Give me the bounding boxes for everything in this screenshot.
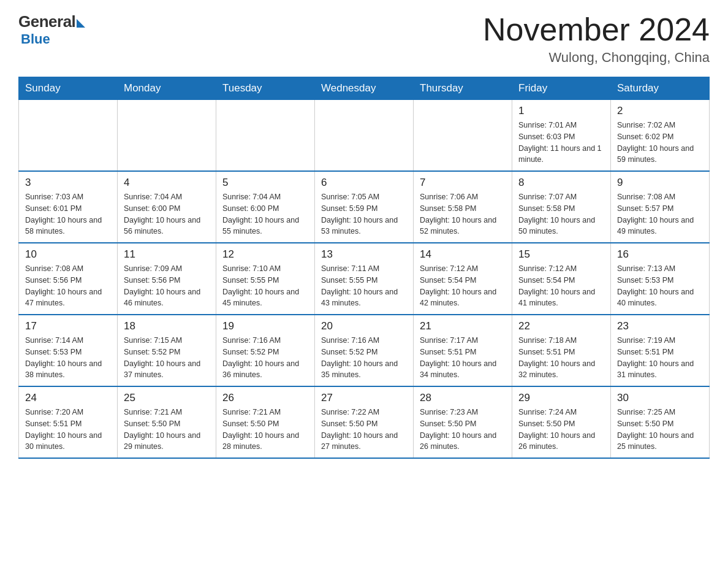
day-info: Sunrise: 7:22 AM Sunset: 5:50 PM Dayligh… [321,407,407,453]
day-info: Sunrise: 7:04 AM Sunset: 6:00 PM Dayligh… [222,191,308,237]
calendar-cell: 11Sunrise: 7:09 AM Sunset: 5:56 PM Dayli… [118,243,216,315]
logo-general-text: General [18,12,75,31]
day-info: Sunrise: 7:08 AM Sunset: 5:56 PM Dayligh… [25,263,111,309]
calendar-cell: 30Sunrise: 7:25 AM Sunset: 5:50 PM Dayli… [611,386,710,458]
day-number: 26 [222,392,308,404]
calendar-cell: 29Sunrise: 7:24 AM Sunset: 5:50 PM Dayli… [512,386,611,458]
weekday-header-row: SundayMondayTuesdayWednesdayThursdayFrid… [19,77,710,100]
day-number: 6 [321,177,407,189]
day-number: 11 [124,248,210,261]
day-number: 10 [25,248,111,261]
day-info: Sunrise: 7:19 AM Sunset: 5:51 PM Dayligh… [617,335,703,381]
day-number: 28 [420,392,506,404]
day-info: Sunrise: 7:16 AM Sunset: 5:52 PM Dayligh… [321,335,407,381]
calendar-cell [414,100,512,172]
weekday-header-saturday: Saturday [611,77,710,100]
calendar-subtitle: Wulong, Chongqing, China [483,50,710,66]
day-number: 14 [420,248,506,261]
day-info: Sunrise: 7:23 AM Sunset: 5:50 PM Dayligh… [420,407,506,453]
calendar-cell [19,100,118,172]
day-info: Sunrise: 7:12 AM Sunset: 5:54 PM Dayligh… [518,263,604,309]
day-number: 21 [420,320,506,332]
day-info: Sunrise: 7:05 AM Sunset: 5:59 PM Dayligh… [321,191,407,237]
day-info: Sunrise: 7:10 AM Sunset: 5:55 PM Dayligh… [222,263,308,309]
day-number: 9 [617,177,703,189]
calendar-cell [118,100,216,172]
weekday-header-tuesday: Tuesday [216,77,315,100]
day-info: Sunrise: 7:07 AM Sunset: 5:58 PM Dayligh… [518,191,604,237]
calendar-cell: 5Sunrise: 7:04 AM Sunset: 6:00 PM Daylig… [216,171,315,243]
logo: General Blue [18,12,85,47]
day-number: 29 [518,392,604,404]
day-number: 27 [321,392,407,404]
day-info: Sunrise: 7:14 AM Sunset: 5:53 PM Dayligh… [25,335,111,381]
day-info: Sunrise: 7:11 AM Sunset: 5:55 PM Dayligh… [321,263,407,309]
day-info: Sunrise: 7:03 AM Sunset: 6:01 PM Dayligh… [25,191,111,237]
calendar-cell: 14Sunrise: 7:12 AM Sunset: 5:54 PM Dayli… [414,243,512,315]
calendar-week-row: 10Sunrise: 7:08 AM Sunset: 5:56 PM Dayli… [19,243,710,315]
day-info: Sunrise: 7:08 AM Sunset: 5:57 PM Dayligh… [617,191,703,237]
calendar-cell: 15Sunrise: 7:12 AM Sunset: 5:54 PM Dayli… [512,243,611,315]
calendar-cell: 24Sunrise: 7:20 AM Sunset: 5:51 PM Dayli… [19,386,118,458]
day-number: 25 [124,392,210,404]
calendar-cell: 8Sunrise: 7:07 AM Sunset: 5:58 PM Daylig… [512,171,611,243]
weekday-header-friday: Friday [512,77,611,100]
calendar-title: November 2024 [483,12,710,47]
calendar-cell: 7Sunrise: 7:06 AM Sunset: 5:58 PM Daylig… [414,171,512,243]
calendar-cell: 18Sunrise: 7:15 AM Sunset: 5:52 PM Dayli… [118,315,216,386]
day-info: Sunrise: 7:15 AM Sunset: 5:52 PM Dayligh… [124,335,210,381]
day-number: 8 [518,177,604,189]
day-info: Sunrise: 7:24 AM Sunset: 5:50 PM Dayligh… [518,407,604,453]
day-info: Sunrise: 7:16 AM Sunset: 5:52 PM Dayligh… [222,335,308,381]
calendar-cell: 10Sunrise: 7:08 AM Sunset: 5:56 PM Dayli… [19,243,118,315]
calendar-cell: 4Sunrise: 7:04 AM Sunset: 6:00 PM Daylig… [118,171,216,243]
day-info: Sunrise: 7:04 AM Sunset: 6:00 PM Dayligh… [124,191,210,237]
weekday-header-sunday: Sunday [19,77,118,100]
day-number: 1 [518,105,604,117]
day-number: 2 [617,105,703,117]
day-info: Sunrise: 7:02 AM Sunset: 6:02 PM Dayligh… [617,120,703,166]
calendar-cell: 1Sunrise: 7:01 AM Sunset: 6:03 PM Daylig… [512,100,611,172]
day-info: Sunrise: 7:21 AM Sunset: 5:50 PM Dayligh… [124,407,210,453]
calendar-week-row: 17Sunrise: 7:14 AM Sunset: 5:53 PM Dayli… [19,315,710,386]
day-number: 22 [518,320,604,332]
calendar-cell: 16Sunrise: 7:13 AM Sunset: 5:53 PM Dayli… [611,243,710,315]
calendar-week-row: 3Sunrise: 7:03 AM Sunset: 6:01 PM Daylig… [19,171,710,243]
calendar-cell: 21Sunrise: 7:17 AM Sunset: 5:51 PM Dayli… [414,315,512,386]
logo-blue-text: Blue [21,31,50,47]
calendar-cell: 20Sunrise: 7:16 AM Sunset: 5:52 PM Dayli… [315,315,414,386]
day-info: Sunrise: 7:06 AM Sunset: 5:58 PM Dayligh… [420,191,506,237]
page-header: General Blue November 2024 Wulong, Chong… [18,12,710,66]
day-number: 3 [25,177,111,189]
weekday-header-thursday: Thursday [414,77,512,100]
calendar-cell: 13Sunrise: 7:11 AM Sunset: 5:55 PM Dayli… [315,243,414,315]
calendar-week-row: 24Sunrise: 7:20 AM Sunset: 5:51 PM Dayli… [19,386,710,458]
calendar-cell: 17Sunrise: 7:14 AM Sunset: 5:53 PM Dayli… [19,315,118,386]
day-number: 20 [321,320,407,332]
day-number: 12 [222,248,308,261]
day-info: Sunrise: 7:25 AM Sunset: 5:50 PM Dayligh… [617,407,703,453]
calendar-cell: 23Sunrise: 7:19 AM Sunset: 5:51 PM Dayli… [611,315,710,386]
logo-arrow-icon [77,19,85,28]
day-number: 19 [222,320,308,332]
calendar-cell: 25Sunrise: 7:21 AM Sunset: 5:50 PM Dayli… [118,386,216,458]
calendar-cell: 9Sunrise: 7:08 AM Sunset: 5:57 PM Daylig… [611,171,710,243]
day-info: Sunrise: 7:21 AM Sunset: 5:50 PM Dayligh… [222,407,308,453]
day-number: 5 [222,177,308,189]
calendar-cell: 19Sunrise: 7:16 AM Sunset: 5:52 PM Dayli… [216,315,315,386]
day-number: 13 [321,248,407,261]
calendar-cell: 28Sunrise: 7:23 AM Sunset: 5:50 PM Dayli… [414,386,512,458]
day-number: 23 [617,320,703,332]
day-number: 4 [124,177,210,189]
calendar-cell: 22Sunrise: 7:18 AM Sunset: 5:51 PM Dayli… [512,315,611,386]
day-number: 7 [420,177,506,189]
weekday-header-wednesday: Wednesday [315,77,414,100]
day-number: 30 [617,392,703,404]
day-number: 17 [25,320,111,332]
day-info: Sunrise: 7:01 AM Sunset: 6:03 PM Dayligh… [518,120,604,166]
day-number: 18 [124,320,210,332]
day-info: Sunrise: 7:12 AM Sunset: 5:54 PM Dayligh… [420,263,506,309]
day-number: 24 [25,392,111,404]
day-info: Sunrise: 7:17 AM Sunset: 5:51 PM Dayligh… [420,335,506,381]
weekday-header-monday: Monday [118,77,216,100]
